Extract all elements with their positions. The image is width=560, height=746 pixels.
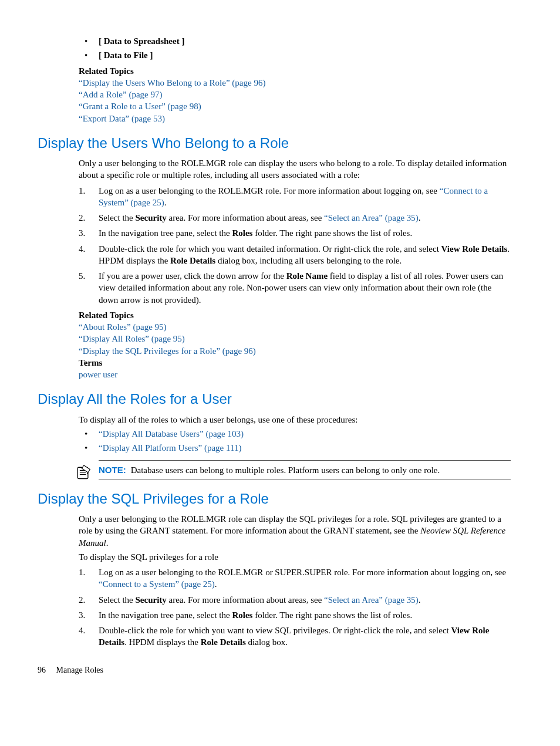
step-text: Log on as a user belonging to the ROLE.M… <box>99 186 440 195</box>
step-text: folder. The right pane shows the list of… <box>252 228 412 238</box>
section-heading-users-role: Display the Users Who Belong to a Role <box>38 134 522 153</box>
related-link[interactable]: “Display the SQL Privileges for a Role” … <box>79 346 256 356</box>
step-item: 1. Log on as a user belonging to the ROL… <box>79 566 511 590</box>
security-bold: Security <box>135 595 166 605</box>
step-text: . <box>419 595 421 605</box>
intro-paragraph: Only a user belonging to the ROLE.MGR ro… <box>79 513 511 549</box>
step-number: 4. <box>79 243 85 255</box>
step-item: 5. If you are a power user, click the do… <box>79 270 511 306</box>
step-text: If you are a power user, click the down … <box>99 271 286 281</box>
footer-title: Manage Roles <box>56 666 103 674</box>
step-text: . <box>419 213 421 222</box>
sec2-body: To display all of the roles to which a u… <box>79 414 511 480</box>
step-text: Double-click the role for which you want… <box>99 626 451 635</box>
security-bold: Security <box>135 213 166 222</box>
related-link[interactable]: “Export Data” (page 53) <box>79 114 165 123</box>
step-number: 2. <box>79 212 85 224</box>
related-topics-label: Related Topics <box>79 309 511 321</box>
related-link[interactable]: “Display All Roles” (page 95) <box>79 334 185 343</box>
step-text: dialog box. <box>246 637 288 647</box>
step-text: . <box>164 198 167 207</box>
step-number: 1. <box>79 185 85 197</box>
select-area-link[interactable]: “Select an Area” (page 35) <box>324 213 419 222</box>
step-text: area. For more information about areas, … <box>167 213 324 222</box>
sub-intro: To display the SQL privileges for a role <box>79 551 511 563</box>
step-text: dialog box, including all users belongin… <box>215 256 402 265</box>
step-item: 3. In the navigation tree pane, select t… <box>79 609 511 621</box>
intro-paragraph: Only a user belonging to the ROLE.MGR ro… <box>79 157 511 181</box>
related-link[interactable]: “About Roles” (page 95) <box>79 322 167 332</box>
step-item: 4. Double-click the role for which you w… <box>79 243 511 267</box>
procedure-bullets: “Display All Database Users” (page 103) … <box>79 428 511 454</box>
step-item: 2. Select the Security area. For more in… <box>79 594 511 606</box>
list-item: [ Data to Spreadsheet ] <box>79 35 511 47</box>
list-item: “Display All Platform Users” (page 111) <box>79 442 511 454</box>
roles-bold: Roles <box>232 228 252 238</box>
intro-text: . <box>106 538 109 548</box>
role-details-bold: Role Details <box>170 256 215 265</box>
note-block: NOTE:Database users can belong to multip… <box>99 460 511 480</box>
page-footer: 96 Manage Roles <box>38 665 522 676</box>
step-text: folder. The right pane shows the list of… <box>252 610 412 620</box>
step-number: 5. <box>79 270 85 282</box>
display-platform-users-link[interactable]: “Display All Platform Users” (page 111) <box>99 443 241 453</box>
role-details-bold: Role Details <box>201 637 246 647</box>
step-number: 1. <box>79 566 85 578</box>
top-bullet-list: [ Data to Spreadsheet ] [ Data to File ] <box>79 35 511 62</box>
note-icon <box>75 464 92 481</box>
list-item: [ Data to File ] <box>79 49 511 61</box>
power-user-link[interactable]: power user <box>79 370 117 379</box>
related-topics-label: Related Topics <box>79 65 511 77</box>
step-number: 3. <box>79 227 85 239</box>
step-text: . <box>215 579 217 589</box>
step-text: Log on as a user belonging to the ROLE.M… <box>99 568 506 577</box>
related-link[interactable]: “Add a Role” (page 97) <box>79 90 162 99</box>
view-role-details-bold: View Role Details <box>441 244 508 254</box>
bullet-text: [ Data to File ] <box>99 50 153 60</box>
step-text: area. For more information about areas, … <box>167 595 324 605</box>
select-area-link[interactable]: “Select an Area” (page 35) <box>324 595 419 605</box>
section-heading-sql-priv: Display the SQL Privileges for a Role <box>38 490 522 508</box>
intro-paragraph: To display all of the roles to which a u… <box>79 414 511 426</box>
step-item: 2. Select the Security area. For more in… <box>79 212 511 224</box>
list-item: “Display All Database Users” (page 103) <box>79 428 511 440</box>
note-text: Database users can belong to multiple ro… <box>131 465 440 475</box>
step-item: 4. Double-click the role for which you w… <box>79 625 511 649</box>
page-number: 96 <box>38 665 54 676</box>
related-link[interactable]: “Grant a Role to a User” (page 98) <box>79 102 201 111</box>
step-text: In the navigation tree pane, select the <box>99 228 232 238</box>
step-number: 2. <box>79 594 85 606</box>
step-text: Select the <box>99 595 135 605</box>
role-name-bold: Role Name <box>286 271 328 281</box>
roles-bold: Roles <box>232 610 252 620</box>
step-number: 4. <box>79 625 85 636</box>
top-block: [ Data to Spreadsheet ] [ Data to File ]… <box>79 35 511 124</box>
display-db-users-link[interactable]: “Display All Database Users” (page 103) <box>99 429 244 438</box>
steps-list: 1. Log on as a user belonging to the ROL… <box>79 185 511 306</box>
note-label: NOTE: <box>99 465 126 475</box>
step-item: 3. In the navigation tree pane, select t… <box>79 227 511 239</box>
terms-label: Terms <box>79 357 511 369</box>
step-item: 1. Log on as a user belonging to the ROL… <box>79 185 511 209</box>
step-text: In the navigation tree pane, select the <box>99 610 232 620</box>
section-heading-roles-user: Display All the Roles for a User <box>38 390 522 409</box>
sec1-body: Only a user belonging to the ROLE.MGR ro… <box>79 157 511 380</box>
sec3-body: Only a user belonging to the ROLE.MGR ro… <box>79 513 511 649</box>
steps-list: 1. Log on as a user belonging to the ROL… <box>79 566 511 649</box>
bullet-text: [ Data to Spreadsheet ] <box>99 36 184 46</box>
step-text: Double-click the role for which you want… <box>99 244 441 254</box>
step-number: 3. <box>79 609 85 621</box>
step-text: Select the <box>99 213 135 222</box>
step-text: . HPDM displays the <box>124 637 201 647</box>
related-link[interactable]: “Display the Users Who Belong to a Role”… <box>79 78 265 87</box>
connect-system-link[interactable]: “Connect to a System” (page 25) <box>99 579 215 589</box>
